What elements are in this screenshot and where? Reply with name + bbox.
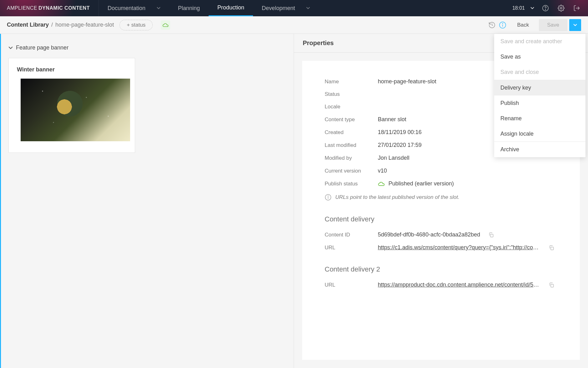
brand-prefix: AMPLIENCE	[7, 5, 37, 11]
save-menu-button[interactable]	[569, 19, 581, 31]
cloud-icon	[378, 181, 385, 186]
prop-lastmod-label: Last modified	[325, 142, 378, 148]
breadcrumb: Content Library / home-page-feature-slot	[7, 22, 114, 28]
logout-icon[interactable]	[572, 4, 581, 13]
sub-bar: Content Library / home-page-feature-slot…	[0, 16, 588, 34]
menu-save-create-another[interactable]: Save and create another	[494, 34, 585, 49]
prop-name-value: home-page-feature-slot	[378, 78, 436, 85]
section-title: Feature page banner	[16, 44, 68, 51]
card-thumbnail	[21, 79, 130, 141]
svg-point-1	[545, 9, 545, 10]
back-button[interactable]: Back	[509, 19, 537, 31]
content-id-value: 5d69bdef-df0b-4680-acfc-0bdaa2a82bed	[378, 231, 480, 238]
info-icon[interactable]	[498, 21, 507, 29]
prop-status-label: Status	[325, 91, 378, 97]
url1-value[interactable]: https://c1.adis.ws/cms/content/query?que…	[378, 244, 540, 251]
save-dropdown-menu: Save and create another Save as Save and…	[494, 34, 585, 157]
nav-right: 18:01	[505, 0, 588, 16]
brand-logo: AMPLIENCE DYNAMIC CONTENT	[0, 0, 99, 16]
menu-publish[interactable]: Publish	[494, 96, 585, 111]
subbar-actions: Back Save	[488, 19, 581, 31]
prop-created-value: 18/11/2019 00:16	[378, 129, 422, 136]
svg-rect-10	[551, 247, 554, 250]
prop-name-label: Name	[325, 79, 378, 85]
prop-modby-value: Jon Lansdell	[378, 155, 409, 161]
svg-point-2	[560, 7, 562, 9]
section-header[interactable]: Feature page banner	[8, 44, 286, 51]
main-area: Feature page banner Winter banner Proper…	[0, 34, 588, 368]
time-selector[interactable]: 18:01	[512, 5, 534, 11]
chevron-down-icon	[157, 7, 160, 9]
url-hint-text: URLs point to the latest published versi…	[335, 194, 459, 200]
menu-archive[interactable]: Archive	[494, 142, 585, 157]
svg-rect-11	[551, 284, 554, 287]
help-icon[interactable]	[541, 4, 550, 13]
copy-icon[interactable]	[488, 232, 494, 238]
prop-locale-label: Locale	[325, 104, 378, 110]
nav-development-label: Development	[262, 5, 295, 12]
chevron-down-icon	[530, 7, 534, 9]
breadcrumb-root[interactable]: Content Library	[7, 22, 49, 28]
save-button[interactable]: Save	[539, 19, 567, 31]
prop-version-label: Current version	[325, 168, 378, 174]
nav-planning[interactable]: Planning	[169, 0, 209, 16]
copy-icon[interactable]	[549, 282, 554, 288]
chevron-down-icon	[306, 7, 310, 9]
prop-created-label: Created	[325, 129, 378, 136]
menu-save-as[interactable]: Save as	[494, 49, 585, 65]
top-nav: AMPLIENCE DYNAMIC CONTENT Documentation …	[0, 0, 588, 16]
copy-icon[interactable]	[549, 245, 554, 251]
prop-version-value: v10	[378, 168, 387, 174]
url2-label: URL	[325, 282, 378, 288]
gear-icon[interactable]	[557, 4, 565, 13]
menu-save-close[interactable]: Save and close	[494, 65, 585, 80]
prop-pubstatus-value: Published (earlier version)	[378, 180, 454, 187]
url1-label: URL	[325, 245, 378, 251]
history-icon[interactable]	[488, 21, 496, 29]
breadcrumb-sep: /	[51, 22, 53, 28]
nav-planning-label: Planning	[178, 5, 200, 12]
card-title: Winter banner	[17, 66, 127, 73]
breadcrumb-leaf: home-page-feature-slot	[55, 22, 114, 28]
content-delivery-title: Content delivery	[325, 215, 557, 223]
nav-production[interactable]: Production	[209, 0, 253, 16]
time-label: 18:01	[512, 5, 525, 11]
chevron-down-icon	[8, 46, 13, 49]
content-card[interactable]: Winter banner	[8, 58, 135, 153]
nav-development[interactable]: Development	[253, 0, 319, 16]
info-icon	[325, 194, 332, 201]
content-id-label: Content ID	[325, 232, 378, 238]
prop-content-type-label: Content type	[325, 117, 378, 123]
prop-content-type-value: Banner slot	[378, 116, 406, 123]
menu-assign-locale[interactable]: Assign locale	[494, 126, 585, 142]
menu-rename[interactable]: Rename	[494, 111, 585, 126]
prop-modby-label: Modified by	[325, 155, 378, 161]
url-hint: URLs point to the latest published versi…	[325, 194, 557, 201]
svg-rect-9	[490, 234, 493, 237]
content-delivery-2-title: Content delivery 2	[325, 265, 557, 273]
nav-documentation-label: Documentation	[108, 5, 145, 12]
nav-documentation[interactable]: Documentation	[99, 0, 169, 16]
add-status-chip[interactable]: + status	[119, 20, 153, 30]
content-preview-pane: Feature page banner Winter banner	[0, 34, 294, 368]
brand-suffix: DYNAMIC CONTENT	[38, 5, 90, 11]
prop-pubstatus-text: Published (earlier version)	[388, 180, 454, 187]
publish-status-icon	[161, 20, 170, 30]
nav-production-label: Production	[217, 4, 244, 11]
url2-value[interactable]: https://ampproduct-doc.cdn.content.ampli…	[378, 282, 540, 288]
prop-pubstatus-label: Publish status	[325, 181, 378, 187]
menu-delivery-key[interactable]: Delivery key	[494, 80, 585, 96]
svg-point-8	[328, 196, 328, 196]
prop-lastmod-value: 27/01/2020 17:59	[378, 142, 422, 148]
svg-point-5	[503, 23, 503, 24]
